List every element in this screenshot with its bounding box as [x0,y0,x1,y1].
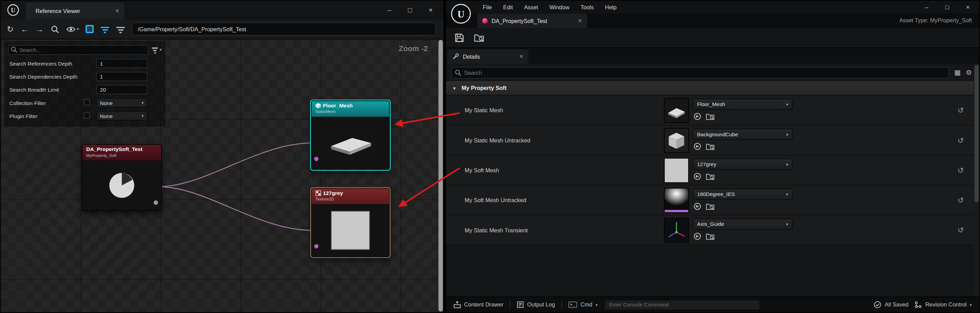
close-tab-icon[interactable]: × [520,53,523,60]
search-filter-button[interactable]: ▾ [152,46,162,54]
graph-node-floor-mesh[interactable]: Floor_Mesh StaticMesh [311,100,390,170]
output-pin[interactable] [153,200,158,205]
expand-caret-icon[interactable]: ▼ [452,86,457,90]
collection-filter-dropdown[interactable]: None ▾ [96,98,147,107]
asset-combobox[interactable]: Floor_Mesh ▾ [693,99,792,110]
maximize-button[interactable]: □ [937,1,958,14]
autofilter-icon[interactable] [116,25,125,33]
search-dependencies-depth-input[interactable] [96,72,147,81]
property-label[interactable]: My Soft Mesh [465,156,499,185]
combobox-value: 180Degree_IES [697,191,786,197]
asset-path-field[interactable]: /Game/Property/Soft/DA_PropertySoft_Test [132,22,436,35]
refresh-button[interactable]: ↻ [7,25,14,33]
all-saved-indicator[interactable]: All Saved [874,301,908,308]
asset-combobox[interactable]: BackgroundCube ▾ [693,129,792,140]
use-selected-asset-icon[interactable] [693,202,702,210]
console-command-input[interactable] [604,299,760,310]
plugin-filter-checkbox[interactable] [84,112,90,118]
browse-to-asset-icon[interactable] [706,112,714,121]
browse-to-asset-icon[interactable] [706,202,714,210]
output-log-button[interactable]: Output Log [516,301,555,308]
display-mode-icon[interactable]: ▦ [954,68,961,76]
menu-file[interactable]: File [477,1,498,14]
details-search-row: ▦ ⚙ [446,64,979,81]
tab-da-propertysoft-test[interactable]: DA_PropertySoft_Test × [477,14,587,28]
asset-combobox[interactable]: 180Degree_IES ▾ [693,188,792,200]
scrollbar-thumb[interactable] [975,65,979,202]
asset-thumbnail[interactable] [664,188,689,213]
reset-to-default-icon[interactable]: ↺ [957,95,964,125]
collection-filter-checkbox[interactable] [84,99,90,105]
property-label[interactable]: My Soft Mesh Untracked [465,185,526,215]
asset-combobox[interactable]: Axis_Guide ▾ [693,219,792,230]
content-drawer-icon [453,301,461,308]
property-label[interactable]: My Static Mesh Transient [465,216,528,245]
details-vertical-scrollbar[interactable] [974,64,979,297]
menu-asset[interactable]: Asset [519,1,544,14]
input-pin[interactable] [314,157,319,161]
graph-search-input[interactable] [8,44,149,54]
settings-gear-icon[interactable]: ⚙ [966,68,972,76]
minimize-button[interactable]: – [916,1,937,14]
chevron-down-icon: ▾ [160,48,162,52]
menu-tools[interactable]: Tools [575,1,600,14]
use-selected-asset-icon[interactable] [693,112,702,121]
browse-to-asset-icon[interactable] [706,232,714,241]
setting-label: Search Breadth Limit [9,87,59,93]
reference-viewer-titlebar[interactable]: U Reference Viewer × – □ × [1,1,444,19]
cmd-dropdown[interactable]: >_ Cmd ▾ [568,302,598,308]
graph-vertical-scrollbar[interactable] [438,40,443,312]
close-button[interactable]: × [420,1,441,19]
content-drawer-label: Content Drawer [464,302,504,308]
revision-control-dropdown[interactable]: Revision Control ▾ [915,301,972,308]
reset-to-default-icon[interactable]: ↺ [957,185,964,215]
asset-thumbnail[interactable] [664,98,689,123]
close-tab-icon[interactable]: × [115,8,119,14]
browse-to-asset-button[interactable] [474,33,485,42]
reset-to-default-icon[interactable]: ↺ [957,216,964,245]
save-button[interactable] [455,33,464,42]
find-path-icon[interactable] [51,25,59,33]
reset-to-default-icon[interactable]: ↺ [957,126,964,156]
asset-combobox[interactable]: 127grey ▾ [693,159,792,170]
duplicates-toggle-icon[interactable] [86,25,94,33]
graph-node-da-propertysoft-test[interactable]: DA_PropertySoft_Test MyProperty_Soft [82,144,162,211]
reference-graph-canvas[interactable]: Zoom -2 ▾ [1,40,438,312]
content-drawer-button[interactable]: Content Drawer [453,301,504,308]
category-my-property-soft[interactable]: ▼ My Property Soft [446,81,974,95]
maximize-button[interactable]: □ [400,1,420,19]
reset-to-default-icon[interactable]: ↺ [957,156,964,185]
unreal-logo-icon[interactable]: U [450,2,472,25]
graph-node-127grey[interactable]: 127grey Texture2D [311,188,390,257]
browse-to-asset-icon[interactable] [706,172,714,181]
asset-thumbnail[interactable] [664,128,689,153]
menu-window[interactable]: Window [544,1,575,14]
use-selected-asset-icon[interactable] [693,172,702,181]
property-label[interactable]: My Static Mesh [465,95,503,125]
input-pin[interactable] [314,244,319,248]
search-breadth-limit-input[interactable] [96,85,147,94]
history-forward-button[interactable]: → [36,25,44,33]
filters-toggle-icon[interactable] [101,25,110,33]
asset-thumbnail[interactable] [664,158,689,183]
visibility-dropdown[interactable]: ▾ [66,26,79,32]
asset-thumbnail[interactable] [664,218,689,243]
details-search-input[interactable] [451,67,949,79]
tab-details[interactable]: Details × [447,49,528,64]
menu-edit[interactable]: Edit [498,1,519,14]
close-tab-icon[interactable]: × [578,17,582,24]
scrollbar-thumb[interactable] [439,40,443,311]
close-button[interactable]: × [958,1,978,14]
search-referencers-depth-input[interactable] [96,59,147,68]
browse-to-asset-icon[interactable] [706,143,714,151]
node-subtitle: Texture2D [315,197,386,202]
minimize-button[interactable]: – [379,1,400,19]
use-selected-asset-icon[interactable] [693,143,702,151]
history-back-button[interactable]: ← [21,25,29,33]
menu-help[interactable]: Help [599,1,622,14]
node-thumbnail-area [312,117,390,169]
use-selected-asset-icon[interactable] [693,232,702,241]
property-label[interactable]: My Static Mesh Untracked [465,126,530,156]
plugin-filter-dropdown[interactable]: None ▾ [96,111,147,121]
tab-reference-viewer[interactable]: Reference Viewer × [26,2,124,19]
